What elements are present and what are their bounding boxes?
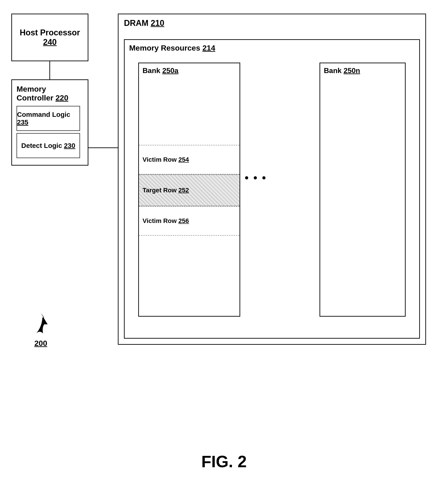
command-logic-box: Command Logic 235 [16,106,80,131]
fig-label-text: FIG. 2 [201,453,247,471]
memory-resources-number: 214 [202,43,215,52]
victim-row-254-label: Victim Row 254 [143,156,189,163]
command-logic-text: Command Logic [17,111,70,118]
target-row-number: 252 [178,187,189,194]
diagram-area: Host Processor 240 Memory Controller 220… [7,9,437,395]
left-column: Host Processor 240 Memory Controller 220… [11,14,95,166]
detect-logic-label: Detect Logic 230 [21,142,75,149]
victim-row-256: Victim Row 256 [139,206,240,236]
target-row-text: Target Row [143,187,176,194]
dram-text: DRAM [124,18,148,28]
bank-n-number: 250n [344,66,360,75]
bank-a-text: Bank [143,66,160,75]
memory-controller-box: Memory Controller 220 Command Logic 235 … [11,79,88,166]
detect-logic-text: Detect Logic [21,142,62,149]
ref-200: 200 [30,311,52,348]
ref-number-text: 200 [34,339,47,348]
memory-resources-text: Memory Resources [129,43,200,52]
vertical-connector-1 [49,61,50,79]
victim-row-256-label: Victim Row 256 [143,217,189,224]
memory-resources-title: Memory Resources 214 [125,40,419,56]
ellipsis-text: • • • [245,172,267,184]
memory-controller-number: 220 [56,93,68,102]
command-logic-label: Command Logic 235 [17,111,80,126]
victim-row-254: Victim Row 254 [139,145,240,174]
host-processor-box: Host Processor 240 [11,14,88,61]
memory-resources-box: Memory Resources 214 Bank 250a Victim Ro… [124,39,420,339]
bank-ellipsis: • • • [245,172,267,184]
ref-200-arrow-svg [30,311,52,338]
bank-250n-title: Bank 250n [320,63,405,78]
victim-row-top-text: Victim Row [143,156,176,163]
dram-title: DRAM 210 [119,14,425,32]
memory-controller-title: Memory Controller 220 [16,85,83,102]
bank-n-text: Bank [324,66,342,75]
victim-row-bottom-number: 256 [178,217,189,224]
host-processor-number: 240 [43,37,57,47]
detect-logic-number: 230 [64,142,75,149]
memory-controller-text: Memory Controller [16,85,53,102]
target-row-label: Target Row 252 [143,187,189,194]
host-processor-text: Host Processor [20,28,80,37]
host-processor-label: Host Processor 240 [12,28,88,47]
bank-250a-title: Bank 250a [139,63,240,78]
detect-logic-box: Detect Logic 230 [16,133,80,158]
bank-a-number: 250a [162,66,178,75]
bank-250a-box: Bank 250a Victim Row 254 Target Row 252 [138,63,240,317]
command-logic-number: 235 [17,118,28,126]
victim-row-bottom-text: Victim Row [143,217,176,224]
dram-box: DRAM 210 Memory Resources 214 Bank 250a … [118,14,426,345]
fig-label: FIG. 2 [201,452,247,471]
horizontal-connector [88,147,118,148]
victim-row-top-number: 254 [178,156,189,163]
target-row-252: Target Row 252 [139,174,240,206]
dram-number: 210 [151,18,164,28]
bank-250n-box: Bank 250n [320,63,406,317]
ref-200-label: 200 [30,339,52,348]
